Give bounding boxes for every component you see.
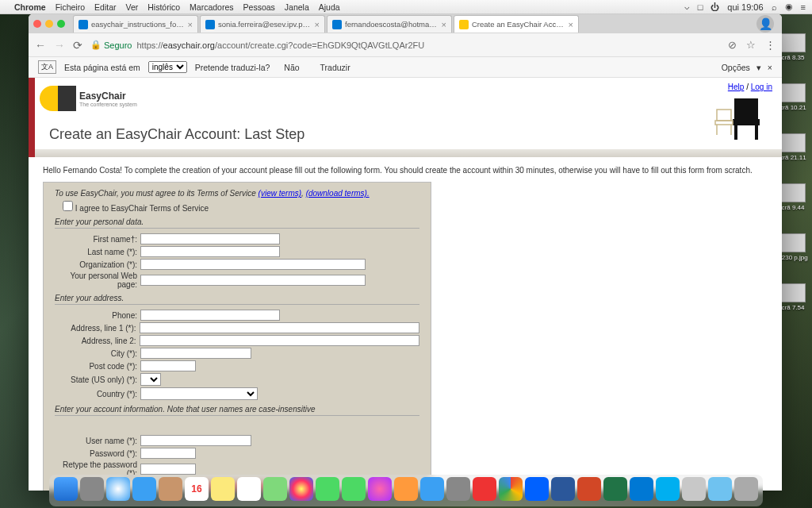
menu-item[interactable]: Pessoas [243,2,275,12]
desktop-file[interactable]: crã 9.44 [777,183,809,211]
dock-finder[interactable] [54,477,78,501]
chevron-down-icon[interactable]: ▾ [756,63,761,72]
desktop-file[interactable]: crã 7.54 [777,283,809,311]
dock-messages[interactable] [316,477,339,501]
menu-item[interactable]: Ficheiro [56,2,85,12]
svg-rect-5 [715,121,733,125]
tab[interactable]: easychair_instructions_for_aut× [73,15,198,33]
tab-active[interactable]: Create an EasyChair Account:× [454,15,579,33]
power-icon[interactable]: ⏻ [710,2,719,12]
view-terms-link[interactable]: (view terms) [259,189,301,198]
close-button[interactable] [33,20,41,28]
page-title: Create an EasyChair Account: Last Step [49,126,304,143]
first-name-input[interactable] [140,233,280,244]
close-tab-icon[interactable]: × [442,20,446,29]
back-button[interactable]: ← [35,39,46,52]
address2-input[interactable] [140,335,419,346]
password-retype-input[interactable] [140,464,196,475]
tab[interactable]: sonia.ferreira@esev.ipv.pt – Co× [200,15,325,33]
agree-checkbox[interactable] [63,201,73,211]
dock-reminders[interactable] [237,477,261,501]
url-bar[interactable]: 🔒Seguro https://easychair.org/account/cr… [90,40,720,50]
translate-no-button[interactable]: Não [278,61,305,74]
battery-icon[interactable]: □ [698,2,703,12]
tab-title: Create an EasyChair Account: [472,20,565,29]
close-tab-icon[interactable]: × [315,20,320,29]
close-tab-icon[interactable]: × [569,20,573,29]
dock-spss[interactable] [682,477,706,501]
language-select[interactable]: inglês [148,61,187,73]
country-select[interactable] [140,387,258,400]
dock-facetime[interactable] [342,477,366,501]
help-link[interactable]: Help [728,83,745,91]
download-terms-link[interactable]: (download terms). [306,189,370,198]
dock-launchpad[interactable] [80,477,104,501]
dock-acrobat[interactable] [473,477,496,501]
profile-avatar[interactable]: 👤 [756,15,774,33]
address1-input[interactable] [140,322,419,333]
translate-options[interactable]: Opções [722,63,750,72]
dock-chrome[interactable] [499,477,523,501]
bookmark-icon[interactable]: ☆ [746,39,756,51]
dock-contacts[interactable] [159,477,182,501]
username-input[interactable] [140,435,251,446]
close-tab-icon[interactable]: × [188,20,193,29]
password-input[interactable] [140,448,196,459]
logo[interactable]: EasyChair The conference system [40,86,137,111]
postcode-input[interactable] [140,360,196,371]
address1-label: Address, line 1 (*): [55,324,140,333]
city-input[interactable] [140,348,251,359]
spotlight-icon[interactable]: ⌕ [772,2,777,12]
state-select[interactable] [140,373,161,386]
dock-dropbox[interactable] [525,477,549,501]
dock-folder[interactable] [708,477,732,501]
phone-input[interactable] [140,310,280,321]
forward-button[interactable]: → [54,39,65,52]
desktop-file[interactable]: crã 8.35 [777,33,809,61]
stop-icon[interactable]: ⊘ [728,39,737,51]
dock-mail[interactable] [132,477,156,501]
webpage-label: Your personal Web page: [55,271,140,289]
dock-notes[interactable] [211,477,235,501]
last-name-input[interactable] [140,246,280,257]
dock-calendar[interactable]: 16 [185,477,209,501]
dock-preferences[interactable] [446,477,470,501]
dock-appstore[interactable] [420,477,444,501]
dock-trash[interactable] [734,477,758,501]
login-link[interactable]: Log in [751,83,772,91]
organization-input[interactable] [140,259,366,270]
dock-safari[interactable] [106,477,130,501]
maximize-button[interactable] [57,20,65,28]
desktop-file[interactable]: crã 21.11 [777,133,809,161]
notifications-icon[interactable]: ≡ [801,2,806,12]
dock-excel[interactable] [603,477,627,501]
clock[interactable]: qui 19:06 [727,2,763,12]
minimize-button[interactable] [45,20,53,28]
menu-item[interactable]: Editar [94,2,116,12]
menu-item[interactable]: Janela [285,2,309,12]
dock-outlook[interactable] [630,477,653,501]
dock-ibooks[interactable] [394,477,418,501]
dock-maps[interactable] [263,477,287,501]
webpage-input[interactable] [140,275,366,286]
translate-yes-button[interactable]: Traduzir [314,61,357,74]
desktop-file[interactable]: crã 10.21 [777,83,809,111]
menu-item[interactable]: Histórico [147,2,180,12]
tab[interactable]: fernandoescosta@hotmail.con× [327,15,452,33]
wifi-icon[interactable]: ⌵ [684,2,690,12]
desktop-file[interactable]: 8230 p.jpg [777,233,809,261]
menu-item[interactable]: Marcadores [190,2,233,12]
dock-powerpoint[interactable] [577,477,601,501]
close-icon[interactable]: × [768,63,772,72]
menu-icon[interactable]: ⋮ [765,39,776,51]
siri-icon[interactable]: ◉ [785,2,793,12]
app-menu[interactable]: Chrome [14,2,46,12]
reload-button[interactable]: ⟳ [73,39,82,52]
dock-photos[interactable] [289,477,313,501]
account-form: To use EasyChair, you must agree to its … [43,182,431,491]
dock-itunes[interactable] [368,477,392,501]
dock-skype[interactable] [656,477,680,501]
dock-word[interactable] [551,477,575,501]
menu-item[interactable]: Ajuda [319,2,340,12]
menu-item[interactable]: Ver [125,2,138,12]
